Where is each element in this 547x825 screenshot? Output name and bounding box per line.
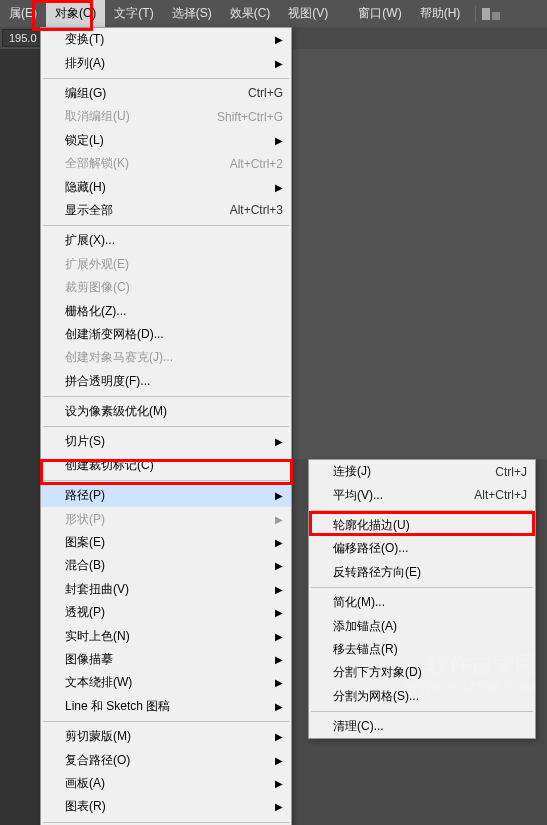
menu-select[interactable]: 选择(S) <box>163 0 221 27</box>
path-submenu-item[interactable]: 分割为网格(S)... <box>309 685 535 708</box>
submenu-arrow-icon: ▶ <box>275 436 283 447</box>
submenu-arrow-icon: ▶ <box>275 778 283 789</box>
object-menu-item[interactable]: 封套扭曲(V)▶ <box>41 578 291 601</box>
object-menu-item[interactable]: 隐藏(H)▶ <box>41 175 291 198</box>
object-menu-item[interactable]: 创建裁切标记(C) <box>41 454 291 477</box>
menu-separator <box>311 510 533 511</box>
menu-item-label: 封套扭曲(V) <box>65 581 283 598</box>
path-submenu-item[interactable]: 添加锚点(A) <box>309 614 535 637</box>
object-menu-item[interactable]: 路径(P)▶ <box>41 484 291 507</box>
width-value[interactable]: 195.0 <box>2 29 44 47</box>
menu-item-label: 添加锚点(A) <box>333 618 527 635</box>
menu-item-label: 全部解锁(K) <box>65 155 210 172</box>
object-menu-item[interactable]: 图表(R)▶ <box>41 795 291 818</box>
path-submenu-item[interactable]: 简化(M)... <box>309 591 535 614</box>
object-menu-item[interactable]: Line 和 Sketch 图稿▶ <box>41 695 291 718</box>
submenu-arrow-icon: ▶ <box>275 560 283 571</box>
menu-object[interactable]: 对象(O) <box>46 0 105 27</box>
menu-separator <box>43 480 289 481</box>
path-submenu-item[interactable]: 偏移路径(O)... <box>309 537 535 560</box>
workspace-switcher-icon[interactable] <box>482 8 500 20</box>
submenu-arrow-icon: ▶ <box>275 584 283 595</box>
menu-item-label: 拼合透明度(F)... <box>65 373 283 390</box>
submenu-arrow-icon: ▶ <box>275 514 283 525</box>
menu-type[interactable]: 文字(T) <box>105 0 162 27</box>
menu-item-label: 分割下方对象(D) <box>333 664 527 681</box>
object-menu-dropdown: 变换(T)▶排列(A)▶编组(G)Ctrl+G取消编组(U)Shift+Ctrl… <box>40 27 292 825</box>
menu-edit[interactable]: 属(E) <box>0 0 46 27</box>
object-menu-item: 全部解锁(K)Alt+Ctrl+2 <box>41 152 291 175</box>
menu-item-label: 图像描摹 <box>65 651 283 668</box>
menu-item-label: 切片(S) <box>65 433 283 450</box>
menu-item-label: Line 和 Sketch 图稿 <box>65 698 283 715</box>
menu-effect[interactable]: 效果(C) <box>221 0 280 27</box>
object-menu-item[interactable]: 扩展(X)... <box>41 229 291 252</box>
submenu-arrow-icon: ▶ <box>275 631 283 642</box>
menu-item-label: 图表(R) <box>65 798 283 815</box>
submenu-arrow-icon: ▶ <box>275 58 283 69</box>
menu-item-label: 隐藏(H) <box>65 179 283 196</box>
menu-item-label: 分割为网格(S)... <box>333 688 527 705</box>
menu-view[interactable]: 视图(V) <box>279 0 337 27</box>
menu-window[interactable]: 窗口(W) <box>349 0 410 27</box>
submenu-arrow-icon: ▶ <box>275 654 283 665</box>
object-menu-item[interactable]: 锁定(L)▶ <box>41 129 291 152</box>
object-menu-item[interactable]: 实时上色(N)▶ <box>41 624 291 647</box>
menu-item-label: 路径(P) <box>65 487 283 504</box>
object-menu-item[interactable]: 切片(S)▶ <box>41 430 291 453</box>
submenu-arrow-icon: ▶ <box>275 701 283 712</box>
path-submenu-item[interactable]: 反转路径方向(E) <box>309 561 535 584</box>
menu-help[interactable]: 帮助(H) <box>411 0 470 27</box>
menu-item-label: 编组(G) <box>65 85 228 102</box>
menu-item-label: 锁定(L) <box>65 132 283 149</box>
menu-item-label: 清理(C)... <box>333 718 527 735</box>
path-submenu-item[interactable]: 平均(V)...Alt+Ctrl+J <box>309 483 535 506</box>
object-menu-item: 创建对象马赛克(J)... <box>41 346 291 369</box>
path-submenu-dropdown: 连接(J)Ctrl+J平均(V)...Alt+Ctrl+J轮廓化描边(U)偏移路… <box>308 459 536 739</box>
menu-separator <box>311 587 533 588</box>
object-menu-item[interactable]: 复合路径(O)▶ <box>41 748 291 771</box>
menu-item-shortcut: Alt+Ctrl+2 <box>230 157 283 171</box>
path-submenu-item[interactable]: 移去锚点(R) <box>309 638 535 661</box>
object-menu-item[interactable]: 拼合透明度(F)... <box>41 369 291 392</box>
object-menu-item[interactable]: 栅格化(Z)... <box>41 299 291 322</box>
menu-item-label: 剪切蒙版(M) <box>65 728 283 745</box>
object-menu-item: 裁剪图像(C) <box>41 276 291 299</box>
object-menu-item[interactable]: 排列(A)▶ <box>41 51 291 74</box>
submenu-arrow-icon: ▶ <box>275 182 283 193</box>
path-submenu-item[interactable]: 轮廓化描边(U) <box>309 514 535 537</box>
menu-item-label: 创建对象马赛克(J)... <box>65 349 283 366</box>
submenu-arrow-icon: ▶ <box>275 135 283 146</box>
menu-item-label: 取消编组(U) <box>65 108 197 125</box>
menu-item-label: 轮廓化描边(U) <box>333 517 527 534</box>
menu-item-label: 混合(B) <box>65 557 283 574</box>
menu-separator <box>43 78 289 79</box>
menu-item-shortcut: Ctrl+J <box>495 465 527 479</box>
submenu-arrow-icon: ▶ <box>275 607 283 618</box>
object-menu-item[interactable]: 图像描摹▶ <box>41 648 291 671</box>
menu-item-label: 透视(P) <box>65 604 283 621</box>
path-submenu-item[interactable]: 分割下方对象(D) <box>309 661 535 684</box>
menu-item-shortcut: Alt+Ctrl+J <box>474 488 527 502</box>
object-menu-item[interactable]: 混合(B)▶ <box>41 554 291 577</box>
path-submenu-item[interactable]: 清理(C)... <box>309 715 535 738</box>
object-menu-item[interactable]: 画板(A)▶ <box>41 772 291 795</box>
object-menu-item[interactable]: 文本绕排(W)▶ <box>41 671 291 694</box>
object-menu-item[interactable]: 显示全部Alt+Ctrl+3 <box>41 199 291 222</box>
menu-item-label: 实时上色(N) <box>65 628 283 645</box>
path-submenu-item[interactable]: 连接(J)Ctrl+J <box>309 460 535 483</box>
menu-item-label: 复合路径(O) <box>65 752 283 769</box>
menu-item-label: 设为像素级优化(M) <box>65 403 283 420</box>
menu-separator <box>43 426 289 427</box>
menu-separator <box>43 822 289 823</box>
object-menu-item[interactable]: 图案(E)▶ <box>41 531 291 554</box>
object-menu-item[interactable]: 剪切蒙版(M)▶ <box>41 725 291 748</box>
object-menu-item[interactable]: 变换(T)▶ <box>41 28 291 51</box>
menu-item-label: 显示全部 <box>65 202 210 219</box>
object-menu-item[interactable]: 透视(P)▶ <box>41 601 291 624</box>
object-menu-item[interactable]: 设为像素级优化(M) <box>41 400 291 423</box>
menu-item-label: 裁剪图像(C) <box>65 279 283 296</box>
panel-area <box>293 49 547 459</box>
object-menu-item[interactable]: 创建渐变网格(D)... <box>41 323 291 346</box>
object-menu-item[interactable]: 编组(G)Ctrl+G <box>41 82 291 105</box>
